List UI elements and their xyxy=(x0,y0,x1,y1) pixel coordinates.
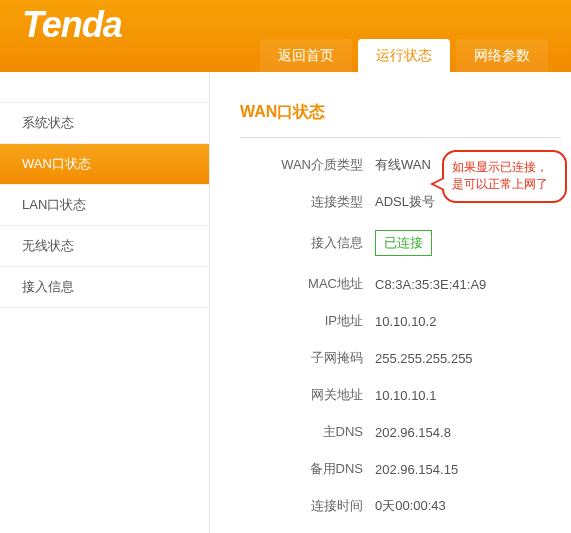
label-media-type: WAN介质类型 xyxy=(240,156,375,174)
panel-title: WAN口状态 xyxy=(240,102,561,129)
sidebar-item-access-info[interactable]: 接入信息 xyxy=(0,267,209,308)
value-dns1: 202.96.154.8 xyxy=(375,425,451,440)
value-dns2: 202.96.154.15 xyxy=(375,462,458,477)
divider xyxy=(240,137,561,138)
row-dns2: 备用DNS 202.96.154.15 xyxy=(240,460,561,478)
value-mask: 255.255.255.255 xyxy=(375,351,473,366)
sidebar-item-wan-status[interactable]: WAN口状态 xyxy=(0,144,209,185)
row-dns1: 主DNS 202.96.154.8 xyxy=(240,423,561,441)
label-conn-type: 连接类型 xyxy=(240,193,375,211)
row-ip: IP地址 10.10.10.2 xyxy=(240,312,561,330)
body: 系统状态 WAN口状态 LAN口状态 无线状态 接入信息 WAN口状态 WAN介… xyxy=(0,72,571,533)
value-access-info: 已连接 xyxy=(375,230,432,256)
tab-home[interactable]: 返回首页 xyxy=(260,39,352,72)
label-mask: 子网掩码 xyxy=(240,349,375,367)
value-mac: C8:3A:35:3E:41:A9 xyxy=(375,277,486,292)
sidebar-item-wireless-status[interactable]: 无线状态 xyxy=(0,226,209,267)
row-access-info: 接入信息 已连接 xyxy=(240,230,561,256)
tab-network[interactable]: 网络参数 xyxy=(456,39,548,72)
label-dns2: 备用DNS xyxy=(240,460,375,478)
sidebar-item-lan-status[interactable]: LAN口状态 xyxy=(0,185,209,226)
label-mac: MAC地址 xyxy=(240,275,375,293)
value-gateway: 10.10.10.1 xyxy=(375,388,436,403)
header: Tenda 返回首页 运行状态 网络参数 xyxy=(0,0,571,72)
annotation-callout: 如果显示已连接，是可以正常上网了 xyxy=(442,150,567,203)
row-mask: 子网掩码 255.255.255.255 xyxy=(240,349,561,367)
label-access-info: 接入信息 xyxy=(240,234,375,252)
row-gateway: 网关地址 10.10.10.1 xyxy=(240,386,561,404)
tab-status[interactable]: 运行状态 xyxy=(358,39,450,72)
label-ip: IP地址 xyxy=(240,312,375,330)
sidebar: 系统状态 WAN口状态 LAN口状态 无线状态 接入信息 xyxy=(0,72,210,533)
value-ip: 10.10.10.2 xyxy=(375,314,436,329)
row-mac: MAC地址 C8:3A:35:3E:41:A9 xyxy=(240,275,561,293)
sidebar-item-system-status[interactable]: 系统状态 xyxy=(0,102,209,144)
row-conn-time: 连接时间 0天00:00:43 xyxy=(240,497,561,515)
brand-logo: Tenda xyxy=(22,4,122,46)
top-tabs: 返回首页 运行状态 网络参数 xyxy=(260,39,548,72)
label-dns1: 主DNS xyxy=(240,423,375,441)
value-media-type: 有线WAN xyxy=(375,156,431,174)
value-conn-time: 0天00:00:43 xyxy=(375,497,446,515)
label-conn-time: 连接时间 xyxy=(240,497,375,515)
content-panel: WAN口状态 WAN介质类型 有线WAN 连接类型 ADSL拨号 接入信息 已连… xyxy=(210,72,571,533)
value-conn-type: ADSL拨号 xyxy=(375,193,435,211)
connected-badge: 已连接 xyxy=(375,230,432,256)
label-gateway: 网关地址 xyxy=(240,386,375,404)
